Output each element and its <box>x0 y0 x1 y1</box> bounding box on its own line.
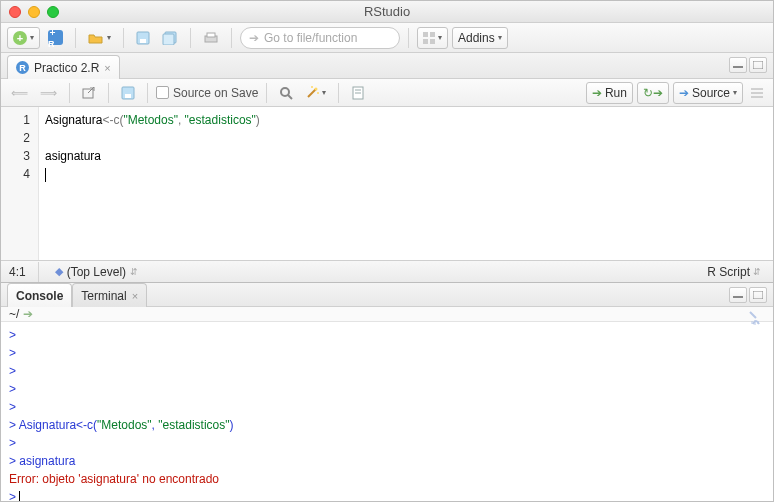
rerun-icon: ↻➔ <box>643 86 663 100</box>
close-tab-icon[interactable]: × <box>104 62 110 74</box>
working-dir: ~/ <box>9 307 19 321</box>
print-icon <box>203 31 219 45</box>
run-button[interactable]: ➔ Run <box>586 82 633 104</box>
maximize-pane-button[interactable] <box>749 287 767 303</box>
code-token: , <box>178 113 185 127</box>
find-button[interactable] <box>275 82 297 104</box>
chevron-down-icon: ▾ <box>498 33 502 42</box>
code-token: "estadisticos" <box>185 113 256 127</box>
source-button[interactable]: ➔ Source ▾ <box>673 82 743 104</box>
console-output[interactable]: > > > > > > Asignatura<-c("Metodos", "es… <box>1 322 773 502</box>
separator <box>338 83 339 103</box>
scope-label: (Top Level) <box>67 265 126 279</box>
console-input: asignatura <box>19 454 75 468</box>
save-button[interactable] <box>132 27 154 49</box>
console-tab[interactable]: Console <box>7 283 72 307</box>
plus-icon: + <box>13 31 27 45</box>
code-area[interactable]: Asignatura<-c("Metodos", "estadisticos")… <box>39 107 773 260</box>
back-button[interactable]: ⟸ <box>7 82 32 104</box>
line-gutter: 1 2 3 4 <box>1 107 39 260</box>
clear-console-button[interactable] <box>747 310 765 326</box>
addins-label: Addins <box>458 31 495 45</box>
forward-button[interactable]: ⟹ <box>36 82 61 104</box>
chevron-down-icon: ▾ <box>30 33 34 42</box>
run-arrow-icon: ➔ <box>592 86 602 100</box>
separator <box>147 83 148 103</box>
source-on-save-label: Source on Save <box>173 86 258 100</box>
svg-rect-10 <box>733 66 743 68</box>
separator <box>266 83 267 103</box>
terminal-tab[interactable]: Terminal × <box>72 283 147 307</box>
source-tab[interactable]: R Practico 2.R × <box>7 55 120 79</box>
terminal-tab-label: Terminal <box>81 289 126 303</box>
separator <box>231 28 232 48</box>
language-label: R Script <box>707 265 750 279</box>
maximize-icon <box>753 291 763 299</box>
addins-button[interactable]: Addins ▾ <box>452 27 508 49</box>
console-input: Asignatura<-c( <box>19 418 97 432</box>
separator <box>108 83 109 103</box>
r-file-icon: R <box>16 61 29 74</box>
console-tabstrip: Console Terminal × <box>1 283 773 307</box>
popout-icon <box>82 87 96 99</box>
compile-report-button[interactable] <box>347 82 369 104</box>
close-tab-icon[interactable]: × <box>132 290 138 302</box>
minimize-pane-button[interactable] <box>729 287 747 303</box>
save-icon <box>121 86 135 100</box>
code-token: asignatura <box>45 149 101 163</box>
broom-icon <box>747 310 765 326</box>
console-prompt: > <box>9 400 16 414</box>
save-file-button[interactable] <box>117 82 139 104</box>
code-token: <-c( <box>102 113 123 127</box>
separator <box>38 262 39 282</box>
goto-file-input[interactable]: ➔ Go to file/function <box>240 27 400 49</box>
svg-point-15 <box>281 88 289 96</box>
cursor-position: 4:1 <box>9 265 26 279</box>
svg-rect-5 <box>207 33 215 37</box>
minimize-pane-button[interactable] <box>729 57 747 73</box>
separator <box>123 28 124 48</box>
svg-point-19 <box>311 86 313 88</box>
svg-rect-7 <box>430 32 435 37</box>
maximize-pane-button[interactable] <box>749 57 767 73</box>
open-file-button[interactable]: ▾ <box>84 27 115 49</box>
outline-button[interactable] <box>747 82 767 104</box>
chevron-down-icon: ▾ <box>107 33 111 42</box>
svg-point-20 <box>317 92 319 94</box>
console-prompt: > <box>9 490 19 502</box>
scope-selector[interactable]: ◆ (Top Level) ⇵ <box>51 261 142 283</box>
chevron-down-icon: ▾ <box>438 33 442 42</box>
svg-rect-1 <box>140 39 146 43</box>
svg-rect-12 <box>83 89 93 98</box>
new-project-button[interactable]: ＋R <box>44 27 67 49</box>
wd-arrow-icon[interactable]: ➔ <box>23 307 33 321</box>
code-token: ) <box>256 113 260 127</box>
save-all-button[interactable] <box>158 27 182 49</box>
code-token: Asignatura <box>45 113 102 127</box>
console-prompt: > <box>9 454 19 468</box>
print-button[interactable] <box>199 27 223 49</box>
new-file-button[interactable]: + ▾ <box>7 27 40 49</box>
code-token: "Metodos" <box>123 113 178 127</box>
grid-button[interactable]: ▾ <box>417 27 448 49</box>
text-cursor <box>19 491 20 502</box>
console-input: ) <box>230 418 234 432</box>
language-selector[interactable]: R Script ⇵ <box>703 261 765 283</box>
svg-rect-11 <box>753 61 763 69</box>
source-tabstrip: R Practico 2.R × <box>1 53 773 79</box>
chevron-down-icon: ▾ <box>733 88 737 97</box>
goto-placeholder: Go to file/function <box>264 31 357 45</box>
rerun-button[interactable]: ↻➔ <box>637 82 669 104</box>
show-in-new-window-button[interactable] <box>78 82 100 104</box>
console-pane: Console Terminal × ~/ ➔ > > > > > > Asig… <box>1 283 773 501</box>
svg-line-16 <box>288 95 292 99</box>
goto-arrow-icon: ➔ <box>249 31 259 45</box>
run-label: Run <box>605 86 627 100</box>
code-editor[interactable]: 1 2 3 4 Asignatura<-c("Metodos", "estadi… <box>1 107 773 260</box>
source-statusbar: 4:1 ◆ (Top Level) ⇵ R Script ⇵ <box>1 260 773 282</box>
source-on-save-checkbox[interactable] <box>156 86 169 99</box>
code-tools-button[interactable]: ▾ <box>301 82 330 104</box>
console-prompt: > <box>9 364 16 378</box>
window-title: RStudio <box>1 4 773 19</box>
console-error: Error: objeto 'asignatura' no encontrado <box>9 470 765 488</box>
